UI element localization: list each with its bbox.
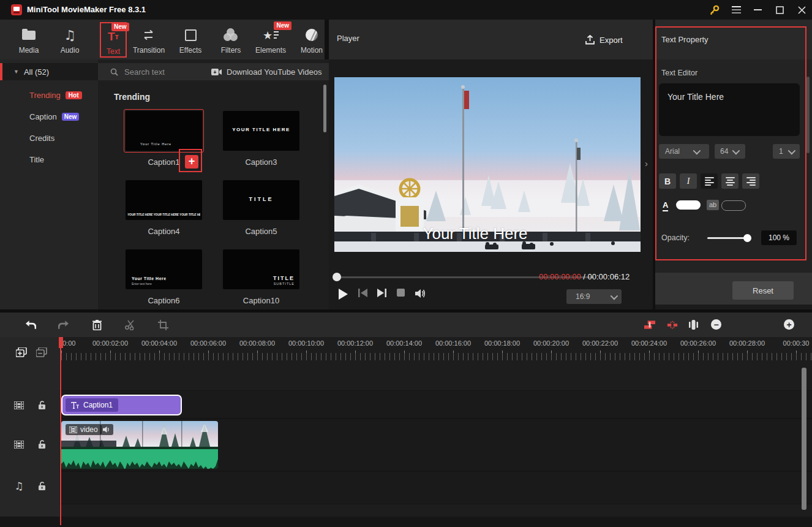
- audio-track-row[interactable]: [59, 471, 812, 504]
- playhead-line[interactable]: [60, 337, 61, 525]
- video-clip[interactable]: video: [61, 421, 218, 469]
- menu-icon[interactable]: [729, 4, 743, 16]
- tab-audio[interactable]: ♫ Audio: [52, 22, 88, 58]
- collapse-caret-icon[interactable]: ▼: [13, 69, 19, 75]
- overwrite-mode-icon[interactable]: [644, 319, 655, 330]
- reset-bar: Reset: [655, 273, 812, 305]
- sidebar-item-title[interactable]: Title: [0, 150, 98, 169]
- aspect-ratio-select[interactable]: 16:9: [566, 289, 622, 304]
- download-youtube-button[interactable]: Download YouTube Videos: [211, 63, 321, 80]
- tab-media[interactable]: Media: [11, 22, 47, 58]
- line-spacing-select[interactable]: 1: [773, 144, 800, 159]
- zoom-out-button[interactable]: −: [711, 319, 721, 330]
- template-thumbnail[interactable]: TITLE: [223, 180, 299, 220]
- time-ruler[interactable]: 0:00 00:00:02:00 00:00:04:00 00:00:06:00…: [0, 339, 812, 349]
- sidebar-item-all[interactable]: ▼ All (52): [0, 63, 98, 80]
- maximize-button[interactable]: [773, 4, 786, 16]
- tab-text[interactable]: Tт Text New: [100, 22, 127, 58]
- video-track-lock-icon[interactable]: [36, 439, 47, 450]
- highlight-color-icon[interactable]: ab: [707, 200, 719, 210]
- ruler-minor-ticks: [61, 353, 812, 360]
- italic-button[interactable]: I: [680, 173, 697, 189]
- export-button[interactable]: Export: [585, 32, 623, 48]
- filters-icon: [224, 26, 238, 44]
- license-key-icon[interactable]: [707, 4, 721, 16]
- align-right-button[interactable]: [742, 173, 759, 189]
- time-display: 00:00:00:00 / 00:00:06:12: [539, 272, 630, 281]
- highlight-color-swatch[interactable]: [721, 200, 746, 211]
- search-bar[interactable]: Download YouTube Videos: [98, 63, 329, 80]
- template-card-caption4[interactable]: YOUR TITLE HERE YOUR TITLE HERE YOUR TIT…: [126, 180, 202, 236]
- sidebar-item-credits[interactable]: Credits: [0, 129, 98, 147]
- template-card-caption10[interactable]: TITLE SUBTITLE Caption10: [223, 249, 299, 305]
- sidebar-item-trending[interactable]: Trending Hot: [0, 86, 98, 104]
- search-input[interactable]: [123, 67, 205, 77]
- template-thumbnail[interactable]: YOUR TITLE HERE YOUR TITLE HERE YOUR TIT…: [126, 180, 202, 220]
- next-frame-button[interactable]: [377, 289, 386, 297]
- opacity-handle[interactable]: [743, 234, 751, 242]
- clip-audio-icon[interactable]: [100, 424, 113, 435]
- text-editor-input[interactable]: Your Title Here: [659, 83, 800, 136]
- template-thumbnail[interactable]: YOUR TITLE HERE: [223, 111, 299, 151]
- template-thumbnail[interactable]: Your Title Here: [126, 111, 202, 151]
- caption-clip[interactable]: Caption1: [61, 395, 182, 415]
- font-size-select[interactable]: 64: [715, 144, 745, 159]
- playhead-handle[interactable]: [59, 337, 63, 348]
- tab-transition[interactable]: Transition: [127, 22, 170, 58]
- app-title: MiniTool MovieMaker Free 8.3.1: [27, 5, 146, 14]
- tab-effects[interactable]: Effects: [172, 22, 209, 58]
- align-center-icon: [726, 177, 735, 186]
- bold-button[interactable]: B: [659, 173, 676, 189]
- volume-icon[interactable]: [415, 289, 426, 298]
- chevron-down-icon: [693, 146, 701, 154]
- split-scissors-button[interactable]: [124, 319, 135, 330]
- tab-filters[interactable]: Filters: [212, 22, 249, 58]
- property-scrollbar[interactable]: [806, 77, 810, 153]
- reset-button[interactable]: Reset: [732, 281, 794, 300]
- hot-badge: Hot: [66, 91, 82, 99]
- sidebar-item-caption[interactable]: Caption New: [0, 107, 98, 126]
- template-card-caption3[interactable]: YOUR TITLE HERE Caption3: [223, 111, 299, 167]
- font-color-icon[interactable]: A: [663, 200, 668, 211]
- video-clip-label: video: [66, 424, 102, 435]
- minimize-button[interactable]: [751, 4, 764, 16]
- panel-collapse-handle[interactable]: ›: [645, 158, 652, 172]
- opacity-value: 100 %: [761, 230, 797, 245]
- add-track-icon[interactable]: [16, 347, 27, 358]
- caption-track-lock-icon[interactable]: [36, 400, 47, 411]
- redo-button[interactable]: [58, 319, 69, 330]
- close-button[interactable]: [795, 4, 808, 16]
- font-color-swatch[interactable]: [676, 200, 701, 210]
- align-left-button[interactable]: [701, 173, 718, 189]
- stop-button[interactable]: [397, 289, 405, 297]
- audio-track-lock-icon[interactable]: [36, 480, 47, 491]
- video-track-type-icon: [13, 439, 24, 450]
- text-new-badge: New: [111, 23, 129, 31]
- chevron-down-icon: [732, 146, 740, 154]
- delete-button[interactable]: [91, 319, 102, 330]
- preview-title-overlay: Your Title Here: [423, 224, 527, 243]
- video-preview: Your Title Here: [334, 77, 641, 252]
- font-family-select[interactable]: Arial: [659, 144, 709, 159]
- new-badge: New: [62, 113, 80, 121]
- crop-button[interactable]: [157, 319, 168, 330]
- template-card-caption5[interactable]: TITLE Caption5: [223, 180, 299, 236]
- template-thumbnail[interactable]: TITLE SUBTITLE: [223, 249, 299, 289]
- zoom-to-fit-icon[interactable]: [688, 319, 699, 330]
- video-camera-icon: [211, 68, 222, 76]
- zoom-in-button[interactable]: +: [784, 319, 794, 330]
- align-center-button[interactable]: [721, 173, 739, 189]
- add-template-button[interactable]: +: [185, 155, 198, 169]
- seek-handle[interactable]: [333, 273, 341, 281]
- template-card-caption6[interactable]: Your Title Here Enter text here Caption6: [126, 249, 202, 305]
- template-thumbnail[interactable]: Your Title Here Enter text here: [126, 249, 202, 289]
- templates-scrollbar[interactable]: [323, 85, 326, 132]
- timeline-scrollbar[interactable]: [802, 368, 806, 510]
- template-card-caption1[interactable]: Your Title Here + Caption1: [126, 111, 202, 167]
- snap-magnet-icon[interactable]: [667, 319, 678, 330]
- undo-button[interactable]: [25, 319, 36, 330]
- previous-frame-button[interactable]: [358, 289, 367, 297]
- tab-elements[interactable]: ★ Elements New: [252, 22, 289, 58]
- collapse-track-icon[interactable]: [36, 347, 47, 358]
- play-button[interactable]: [338, 289, 348, 300]
